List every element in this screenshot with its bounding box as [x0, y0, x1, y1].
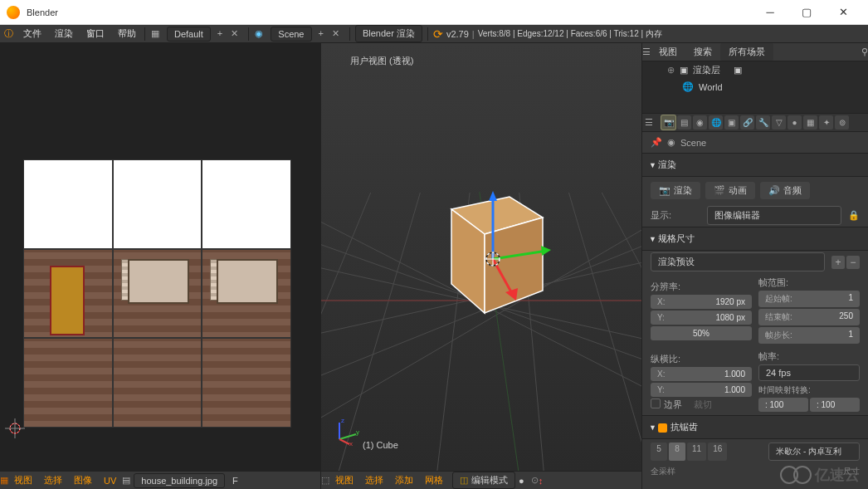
tab-physics[interactable]: ⊚: [835, 115, 849, 130]
remap-new-field[interactable]: : 100: [810, 398, 860, 412]
menu-render[interactable]: 渲染: [48, 27, 80, 40]
aa-sample-11[interactable]: 11: [687, 443, 706, 461]
image-name-field[interactable]: house_building.jpg: [134, 473, 225, 488]
image-filename: house_building.jpg: [141, 476, 217, 486]
resolution-y-field[interactable]: Y:1080 px: [651, 311, 752, 325]
v3d-menu-add[interactable]: 添加: [389, 474, 419, 487]
fake-user-button[interactable]: F: [228, 476, 242, 486]
outliner-row-renderlayers[interactable]: ⊕ ▣ 渲染层 ▣: [642, 61, 868, 79]
menu-window[interactable]: 窗口: [80, 27, 111, 40]
frame-end-field[interactable]: 结束帧:250: [758, 309, 860, 325]
uv-canvas[interactable]: [0, 43, 320, 471]
layout-icon[interactable]: ▦: [147, 26, 163, 42]
props-editor-icon[interactable]: ☰: [645, 117, 660, 128]
aa-sample-5[interactable]: 5: [651, 443, 667, 461]
uv-image-display: [23, 159, 291, 428]
menu-file[interactable]: 文件: [17, 27, 48, 40]
layout-add-button[interactable]: +: [214, 28, 226, 39]
aspect-x-field[interactable]: X:1.000: [651, 367, 752, 381]
scene-selector[interactable]: Scene: [271, 27, 311, 42]
border-label: 边界: [664, 399, 682, 411]
minimize-button[interactable]: ─: [752, 1, 788, 24]
outliner-search[interactable]: 搜索: [685, 43, 720, 61]
frame-step-field[interactable]: 帧步长:1: [758, 327, 860, 344]
cube-object[interactable]: [422, 168, 555, 334]
section-render[interactable]: 渲染: [642, 153, 868, 177]
uv-editor-header: ▦ 视图 选择 图像 UV ▤ house_building.jpg F: [0, 471, 320, 489]
watermark: 亿速云: [780, 465, 860, 485]
aa-sample-16[interactable]: 16: [708, 443, 727, 461]
render-preset-selector[interactable]: 渲染预设: [651, 252, 825, 271]
layout-remove-button[interactable]: ✕: [227, 28, 241, 39]
border-checkbox[interactable]: [651, 399, 661, 408]
layout-selector[interactable]: Default: [167, 27, 211, 42]
tab-scene[interactable]: ◉: [693, 115, 707, 130]
v3d-menu-select[interactable]: 选择: [359, 474, 389, 487]
animation-button[interactable]: 🎬动画: [705, 182, 755, 199]
preset-add-button[interactable]: +: [831, 256, 845, 269]
scene-icon[interactable]: ◉: [251, 26, 267, 42]
aa-filter-selector[interactable]: 米歇尔 - 内卓互利: [768, 443, 860, 461]
right-panel: ☰ 视图 搜索 所有场景 ⚲ ⊕ ▣ 渲染层 ▣ 🌐 World ☰ 📷 ▤: [642, 43, 868, 489]
editor-type-3d-icon[interactable]: ⬚: [321, 475, 329, 486]
blender-logo-icon: [7, 6, 20, 19]
tab-world[interactable]: 🌐: [709, 115, 723, 130]
context-breadcrumb: 📌 ◉ Scene: [642, 132, 868, 153]
viewport-3d[interactable]: 用户视图 (透视) (1) Cube z y x: [321, 43, 641, 471]
resolution-pct-field[interactable]: 50%: [651, 326, 752, 340]
blender-version-icon: ⟳: [433, 27, 443, 41]
editor-type-icon[interactable]: ▦: [0, 475, 8, 486]
tab-constraints[interactable]: 🔗: [740, 115, 754, 130]
scene-add-button[interactable]: +: [315, 28, 327, 39]
outliner-filter-icon[interactable]: ⚲: [861, 46, 868, 57]
fps-selector[interactable]: 24 fps: [758, 364, 860, 381]
section-dimensions[interactable]: 规格尺寸: [642, 227, 868, 251]
shading-icon[interactable]: ●: [519, 476, 524, 486]
display-mode-selector[interactable]: 图像编辑器: [707, 206, 841, 225]
window-title: Blender: [27, 7, 58, 17]
scene-remove-button[interactable]: ✕: [329, 28, 343, 39]
pin-icon[interactable]: 📌: [651, 137, 662, 148]
resolution-x-field[interactable]: X:1920 px: [651, 295, 752, 309]
outliner-row-world[interactable]: 🌐 World: [642, 79, 868, 95]
v3d-menu-mesh[interactable]: 网格: [419, 474, 449, 487]
mode-selector[interactable]: ◫ 编辑模式: [452, 472, 515, 489]
tab-texture[interactable]: ▦: [803, 115, 817, 130]
uv-menu-view[interactable]: 视图: [8, 474, 38, 487]
manipulator-icon[interactable]: ↕: [539, 476, 544, 486]
outliner-label: 渲染层: [693, 64, 720, 76]
audio-button[interactable]: 🔊音频: [760, 182, 810, 199]
tab-render[interactable]: 📷: [661, 115, 675, 130]
lock-icon[interactable]: 🔒: [848, 210, 860, 221]
render-button[interactable]: 📷渲染: [651, 182, 700, 199]
aa-checkbox[interactable]: [658, 423, 667, 433]
uv-menu-select[interactable]: 选择: [38, 474, 68, 487]
tab-renderlayers[interactable]: ▤: [677, 115, 691, 130]
uv-menu-uvs[interactable]: UV: [98, 476, 122, 486]
tab-particles[interactable]: ✦: [819, 115, 833, 130]
menu-help[interactable]: 帮助: [111, 27, 143, 40]
expand-icon[interactable]: ⊕: [667, 65, 675, 76]
outliner-view[interactable]: 视图: [651, 43, 685, 61]
image-browse-icon[interactable]: ▤: [122, 475, 130, 486]
section-antialiasing[interactable]: 抗锯齿: [642, 415, 868, 439]
outliner-editor-icon[interactable]: ☰: [642, 46, 651, 57]
tab-modifiers[interactable]: 🔧: [756, 115, 770, 130]
aspect-y-field[interactable]: Y:1.000: [651, 383, 752, 397]
tab-data[interactable]: ▽: [772, 115, 786, 130]
uv-menu-image[interactable]: 图像: [68, 474, 98, 487]
outliner-filter[interactable]: 所有场景: [720, 43, 773, 61]
frame-start-field[interactable]: 起始帧:1: [758, 291, 860, 307]
maximize-button[interactable]: ▢: [788, 1, 825, 24]
close-button[interactable]: ✕: [825, 1, 861, 24]
info-icon[interactable]: ⓘ: [0, 26, 17, 42]
engine-selector[interactable]: Blender 渲染: [355, 25, 422, 42]
view3d-header: ⬚ 视图 选择 添加 网格 ◫ 编辑模式 ● ⊙ ↕: [321, 471, 641, 489]
tab-material[interactable]: ●: [788, 115, 802, 130]
preset-remove-button[interactable]: −: [846, 256, 860, 269]
pivot-icon[interactable]: ⊙: [531, 475, 539, 486]
v3d-menu-view[interactable]: 视图: [329, 474, 359, 487]
tab-object[interactable]: ▣: [724, 115, 739, 130]
aa-sample-8[interactable]: 8: [669, 443, 685, 461]
remap-old-field[interactable]: : 100: [758, 398, 808, 412]
